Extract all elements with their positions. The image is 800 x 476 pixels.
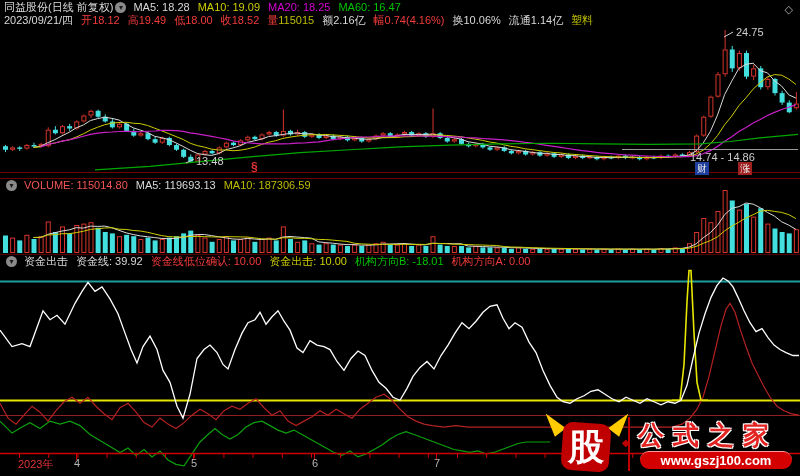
institution-a-value: 机构方向A: 0.00 bbox=[452, 255, 531, 268]
watermark-url: www.gszj100.com bbox=[640, 451, 792, 469]
axis-month-label: 5 bbox=[191, 457, 197, 469]
volume-value: 115015 bbox=[278, 14, 314, 27]
ma5-value: MA5: 18.28 bbox=[133, 1, 189, 14]
turnover-value: 换10.06% bbox=[453, 14, 501, 27]
main-header: 同益股份(日线 前复权) ▾ MA5: 18.28MA10: 19.09MA20… bbox=[4, 1, 409, 14]
ma10-value: MA10: 19.09 bbox=[198, 1, 260, 14]
logo-character: 股 bbox=[562, 423, 610, 471]
fund-low-confirm-value: 资金线低位确认: 10.00 bbox=[151, 255, 262, 268]
volume-ma10: MA10: 187306.59 bbox=[224, 179, 311, 192]
stock-title: 同益股份(日线 前复权) bbox=[4, 1, 113, 14]
ma-legend: MA5: 18.28MA10: 19.09MA20: 18.25MA60: 16… bbox=[133, 1, 408, 14]
ohlc-bar: 2023/09/21/四开18.12高19.49低18.00收18.52量115… bbox=[4, 14, 601, 27]
institution-b-value: 机构方向B: -18.01 bbox=[355, 255, 444, 268]
indicator-name: 资金出击 bbox=[24, 255, 68, 268]
finance-report-tag[interactable]: 财 bbox=[695, 162, 709, 175]
fund-attack-value: 资金出击: 10.00 bbox=[269, 255, 347, 268]
watermark-brand: 公式之家 bbox=[638, 418, 800, 453]
axis-year-label: 2023年 bbox=[18, 457, 53, 472]
axis-month-label: 4 bbox=[74, 457, 80, 469]
bull-horn-right-icon bbox=[608, 409, 634, 437]
volume-legend: VOLUME: 115014.80MA5: 119693.13MA10: 187… bbox=[24, 179, 319, 192]
diamond-icon[interactable]: ◇ bbox=[785, 3, 793, 16]
high-value: 高19.49 bbox=[128, 14, 167, 27]
axis-month-label: 6 bbox=[312, 457, 318, 469]
sector-label: 塑料 bbox=[571, 14, 593, 27]
volume-label: 量 bbox=[267, 14, 278, 27]
low-value: 低18.00 bbox=[174, 14, 213, 27]
axis-month-label: 7 bbox=[434, 457, 440, 469]
float-shares-value: 流通1.14亿 bbox=[509, 14, 563, 27]
ma20-value: MA20: 18.25 bbox=[268, 1, 330, 14]
ma60-value: MA60: 16.47 bbox=[338, 1, 400, 14]
fund-line-value: 资金线: 39.92 bbox=[76, 255, 143, 268]
volume-current: VOLUME: 115014.80 bbox=[24, 179, 128, 192]
low-price-annotation: 13.48 bbox=[196, 155, 224, 167]
indicator-legend: 资金出击资金线: 39.92资金线低位确认: 10.00资金出击: 10.00机… bbox=[24, 255, 538, 268]
event-marker: § bbox=[251, 160, 258, 174]
high-price-annotation: 24.75 bbox=[736, 26, 764, 38]
indicator-pane-header: ▾ 资金出击资金线: 39.92资金线低位确认: 10.00资金出击: 10.0… bbox=[4, 255, 538, 268]
diamond-bullet-icon: ◆ bbox=[622, 437, 630, 448]
collapse-volume-pane-icon[interactable]: ▾ bbox=[6, 180, 17, 191]
collapse-main-pane-icon[interactable]: ▾ bbox=[115, 2, 126, 13]
volume-ma5: MA5: 119693.13 bbox=[136, 179, 216, 192]
volume-pane-header: ▾ VOLUME: 115014.80MA5: 119693.13MA10: 1… bbox=[4, 179, 319, 192]
date-value: 2023/09/21/四 bbox=[4, 14, 73, 27]
ohlc-fields: 2023/09/21/四开18.12高19.49低18.00收18.52量115… bbox=[4, 14, 601, 27]
open-value: 开18.12 bbox=[81, 14, 120, 27]
collapse-indicator-pane-icon[interactable]: ▾ bbox=[6, 256, 17, 267]
amount-value: 额2.16亿 bbox=[322, 14, 365, 27]
stock-app-window: 同益股份(日线 前复权) ▾ MA5: 18.28MA10: 19.09MA20… bbox=[0, 0, 800, 476]
close-value: 收18.52 bbox=[221, 14, 260, 27]
watermark: 股 ◆ 公式之家 www.gszj100.com bbox=[480, 400, 800, 476]
change-value: 幅0.74(4.16%) bbox=[374, 14, 445, 27]
limit-up-tag[interactable]: 涨 bbox=[738, 162, 752, 175]
bull-logo-icon: 股 bbox=[548, 415, 626, 476]
